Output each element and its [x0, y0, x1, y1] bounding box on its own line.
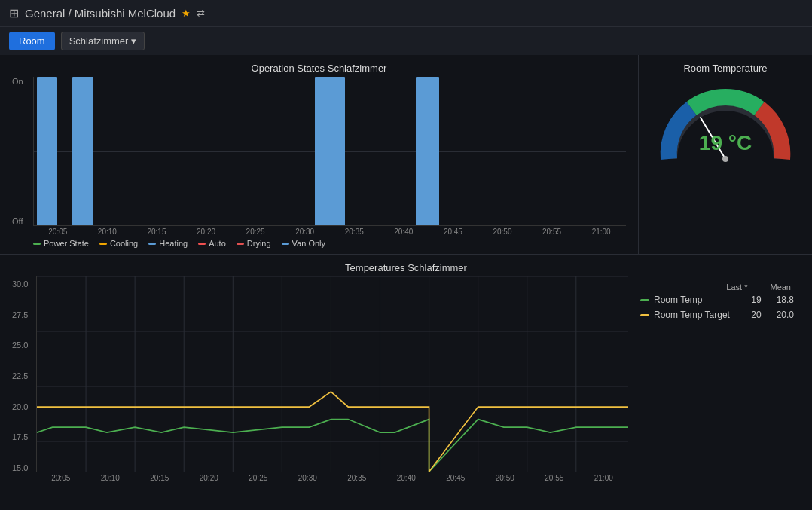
- legend-label: Auto: [209, 239, 226, 248]
- y-axis: On Off: [12, 77, 33, 226]
- legend-label: Van Only: [292, 239, 325, 248]
- series-name: Room Temp Target: [654, 310, 734, 320]
- x-label: 20:10: [86, 474, 136, 482]
- y-label: 15.0: [12, 463, 33, 472]
- series-last: 20: [751, 310, 761, 320]
- temp-legend-row: Room Temp Target2020.0: [640, 310, 794, 320]
- x-label: 21:00: [579, 474, 629, 482]
- legend-label: Power State: [44, 239, 89, 248]
- x-label: 20:05: [33, 228, 83, 236]
- legend-item: Heating: [148, 239, 188, 248]
- series-color: [640, 314, 649, 316]
- temp-legend-rows: Room Temp1918.8Room Temp Target2020.0: [640, 295, 794, 320]
- legend-color: [237, 243, 244, 245]
- x-label: 20:35: [332, 474, 382, 482]
- temp-x-labels: 20:0520:1020:1520:2020:2520:3020:3520:40…: [12, 474, 628, 482]
- y-label: 22.5: [12, 371, 33, 380]
- series-values: 1918.8: [734, 295, 794, 305]
- series-mean: 18.8: [777, 295, 794, 305]
- legend-label: Drying: [247, 239, 271, 248]
- x-label: 21:00: [576, 228, 626, 236]
- bar-chart-plot: [33, 77, 626, 226]
- x-label: 20:20: [182, 228, 231, 236]
- gauge-container: 19 °C: [654, 80, 797, 163]
- x-label: 20:40: [382, 474, 432, 482]
- x-label: 20:30: [283, 474, 333, 482]
- top-row: Operation States Schlafzimmer On Off: [0, 55, 812, 255]
- x-label: 20:45: [431, 474, 481, 482]
- y-label: 20.0: [12, 402, 33, 411]
- room-dropdown[interactable]: Schlafzimmer ▾: [61, 32, 145, 50]
- room-tab[interactable]: Room: [9, 32, 55, 50]
- operation-legend: Power StateCoolingHeatingAutoDryingVan O…: [12, 239, 626, 248]
- y-label: 17.5: [12, 432, 33, 441]
- legend-color: [148, 243, 156, 245]
- y-top: On: [12, 77, 30, 86]
- bar-chart-inner: On Off: [12, 77, 626, 226]
- gauge-value: 19 °C: [699, 131, 752, 155]
- series-values: 2020.0: [734, 310, 794, 320]
- x-label: 20:20: [185, 474, 234, 482]
- legend-mean-header: Mean: [770, 282, 791, 292]
- legend-label: Heating: [159, 239, 188, 248]
- x-label: 20:35: [329, 228, 379, 236]
- series-mean: 20.0: [777, 310, 794, 320]
- operation-bar: [72, 77, 93, 225]
- y-label: 27.5: [12, 310, 33, 319]
- legend-color: [33, 243, 41, 245]
- temp-legend-header: Last * Mean: [640, 282, 794, 292]
- svg-point-1: [722, 156, 728, 162]
- x-label: 20:05: [36, 474, 86, 482]
- legend-item: Power State: [33, 239, 89, 248]
- share-icon[interactable]: ⇄: [197, 8, 205, 19]
- favorite-icon[interactable]: ★: [182, 8, 191, 19]
- legend-item: Drying: [237, 239, 271, 248]
- x-label: 20:15: [132, 228, 182, 236]
- temp-y-axis: 30.027.525.022.520.017.515.0: [12, 276, 36, 472]
- y-bottom: Off: [12, 217, 30, 226]
- bars-container: [34, 77, 626, 225]
- legend-label: Cooling: [110, 239, 138, 248]
- x-label: 20:25: [230, 228, 280, 236]
- temp-chart-plot: [36, 276, 628, 472]
- temp-legend-row: Room Temp1918.8: [640, 295, 794, 305]
- gauge-panel: Room Temperature 19 °C: [639, 55, 812, 254]
- operation-bar: [37, 77, 58, 225]
- breadcrumb: General / Mitsubishi MelCloud: [25, 7, 176, 20]
- temp-line-chart: [37, 276, 628, 472]
- legend-color: [282, 243, 289, 245]
- x-label: 20:55: [527, 228, 577, 236]
- x-labels-operation: 20:0520:1020:1520:2020:2520:3020:3520:40…: [12, 228, 626, 236]
- tabs-bar: Room Schlafzimmer ▾: [0, 27, 812, 55]
- legend-color: [99, 243, 107, 245]
- y-label: 25.0: [12, 341, 33, 350]
- gauge-title: Room Temperature: [683, 63, 767, 74]
- operation-bar: [416, 77, 439, 225]
- x-label: 20:55: [530, 474, 579, 482]
- operation-bar: [315, 77, 344, 225]
- legend-item: Cooling: [99, 239, 138, 248]
- legend-color: [198, 243, 206, 245]
- legend-item: Auto: [198, 239, 226, 248]
- operation-chart-title: Operation States Schlafzimmer: [12, 63, 626, 74]
- x-label: 20:40: [379, 228, 429, 236]
- x-label: 20:25: [234, 474, 283, 482]
- x-label: 20:10: [83, 228, 133, 236]
- x-label: 20:50: [478, 228, 527, 236]
- temp-legend-panel: Last * Mean Room Temp1918.8Room Temp Tar…: [634, 276, 800, 482]
- x-label: 20:45: [429, 228, 478, 236]
- bottom-inner: 30.027.525.022.520.017.515.0: [12, 276, 800, 482]
- dropdown-label: Schlafzimmer: [69, 35, 129, 47]
- header: ⊞ General / Mitsubishi MelCloud ★ ⇄: [0, 0, 812, 27]
- legend-last-header: Last *: [726, 282, 747, 292]
- series-color: [640, 299, 649, 301]
- x-label: 20:15: [135, 474, 185, 482]
- x-label: 20:50: [481, 474, 530, 482]
- temp-chart-title: Temperatures Schlafzimmer: [12, 262, 800, 273]
- main-content: Operation States Schlafzimmer On Off: [0, 55, 812, 488]
- series-last: 19: [751, 295, 761, 305]
- operation-chart-panel: Operation States Schlafzimmer On Off: [0, 55, 639, 254]
- temp-chart-area: 30.027.525.022.520.017.515.0: [12, 276, 628, 482]
- bar-chart-area: On Off 20:0520:1020:1520:2020:2520:3020:…: [12, 77, 626, 248]
- y-label: 30.0: [12, 279, 33, 289]
